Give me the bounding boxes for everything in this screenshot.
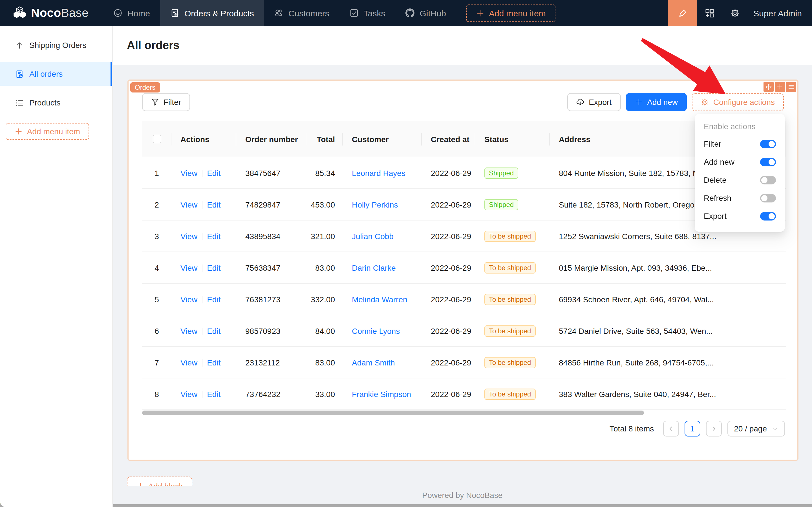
block-menu-button[interactable] — [786, 82, 796, 92]
table-row: 1ViewEdit3847564785.34Leonard Hayes2022-… — [142, 157, 786, 189]
customer-link[interactable]: Julian Cobb — [352, 231, 394, 240]
nav-item-customers[interactable]: Customers — [264, 0, 340, 26]
nav-item-orders-products[interactable]: Orders & Products — [160, 0, 264, 26]
enable-action-item-filter[interactable]: Filter — [695, 135, 785, 153]
customer-link[interactable]: Connie Lyons — [352, 326, 400, 335]
order-number-cell: 73764232 — [236, 389, 306, 398]
created-at-cell: 2022-06-29 — [422, 389, 475, 398]
toggle-switch[interactable] — [760, 212, 776, 220]
customer-link[interactable]: Darin Clarke — [352, 263, 396, 272]
nocobase-logo[interactable]: NocoBase — [12, 6, 89, 20]
check-square-icon — [350, 8, 359, 17]
edit-link[interactable]: Edit — [207, 295, 221, 304]
enable-action-item-add-new[interactable]: Add new — [695, 153, 785, 171]
view-link[interactable]: View — [180, 263, 197, 272]
gear-icon — [701, 98, 709, 106]
list-icon — [15, 98, 24, 107]
filter-icon — [151, 98, 159, 106]
view-link[interactable]: View — [180, 295, 197, 304]
customer-link[interactable]: Leonard Hayes — [352, 168, 405, 177]
filter-button[interactable]: Filter — [142, 93, 190, 111]
ui-editor-button[interactable] — [668, 0, 697, 26]
enable-action-item-export[interactable]: Export — [695, 207, 785, 225]
sidebar-item-all-orders[interactable]: All orders — [0, 62, 112, 86]
add-new-button[interactable]: Add new — [626, 93, 687, 111]
sidebar: Shipping OrdersAll ordersProducts Add me… — [0, 26, 113, 507]
enable-action-label: Refresh — [704, 193, 731, 203]
customer-link[interactable]: Holly Perkins — [352, 200, 398, 209]
nav-add-menu-item-button[interactable]: Add menu item — [466, 4, 556, 22]
nav-item-github[interactable]: GitHub — [396, 0, 456, 26]
switch-knob — [768, 141, 775, 147]
view-link[interactable]: View — [180, 358, 197, 367]
sidebar-add-menu-item-button[interactable]: Add menu item — [6, 123, 89, 140]
add-block-button[interactable]: Add block — [127, 476, 192, 486]
sidebar-item-shipping-orders[interactable]: Shipping Orders — [0, 34, 112, 56]
table-row: 4ViewEdit7563834783.00Darin Clarke2022-0… — [142, 252, 786, 284]
settings-button[interactable] — [722, 8, 748, 18]
order-number-cell: 23132112 — [236, 358, 306, 367]
status-badge: To be shipped — [484, 230, 535, 242]
row-index: 4 — [142, 263, 171, 272]
total-cell: 332.00 — [306, 295, 343, 304]
enable-action-item-delete[interactable]: Delete — [695, 171, 785, 189]
plus-icon — [136, 482, 144, 486]
plugin-manager-button[interactable] — [697, 8, 722, 18]
toggle-switch[interactable] — [760, 158, 776, 166]
column-header-order-number: Order number — [236, 121, 306, 157]
toggle-switch[interactable] — [760, 176, 776, 184]
view-link[interactable]: View — [180, 200, 197, 209]
edit-link[interactable]: Edit — [207, 358, 221, 367]
sidebar-item-products[interactable]: Products — [0, 91, 112, 114]
nav-item-tasks[interactable]: Tasks — [340, 0, 396, 26]
customer-link[interactable]: Melinda Warren — [352, 295, 407, 304]
status-cell: To be shipped — [475, 262, 550, 273]
edit-link[interactable]: Edit — [207, 200, 221, 209]
row-index: 7 — [142, 358, 171, 367]
row-actions-cell: ViewEdit — [171, 200, 236, 209]
action-divider — [202, 327, 202, 335]
column-header-actions: Actions — [171, 121, 236, 157]
table-row: 3ViewEdit43895834321.00Julian Cobb2022-0… — [142, 221, 786, 252]
row-actions-cell: ViewEdit — [171, 295, 236, 304]
export-button[interactable]: Export — [567, 93, 621, 111]
block-add-button[interactable] — [775, 82, 785, 92]
page-number-button[interactable]: 1 — [684, 421, 700, 437]
row-index: 8 — [142, 389, 171, 398]
status-badge: To be shipped — [484, 325, 535, 336]
toggle-switch[interactable] — [760, 139, 776, 148]
view-link[interactable]: View — [180, 326, 197, 335]
enable-action-label: Delete — [704, 175, 727, 184]
column-header-created-at: Created at — [422, 121, 475, 157]
customer-cell: Julian Cobb — [343, 231, 422, 240]
row-index: 2 — [142, 200, 171, 209]
page-size-select[interactable]: 20 / page — [727, 421, 785, 437]
file-check-icon — [15, 70, 24, 78]
customer-link[interactable]: Frankie Simpson — [352, 389, 411, 398]
customer-link[interactable]: Adam Smith — [352, 358, 395, 367]
row-index: 1 — [142, 168, 171, 177]
edit-link[interactable]: Edit — [207, 263, 221, 272]
total-cell: 453.00 — [306, 200, 343, 209]
view-link[interactable]: View — [180, 168, 197, 177]
user-menu[interactable]: Super Admin — [753, 8, 802, 18]
pagination: Total 8 items 1 20 / page — [610, 418, 785, 439]
nav-item-home[interactable]: Home — [103, 0, 160, 26]
edit-link[interactable]: Edit — [207, 168, 221, 177]
edit-link[interactable]: Edit — [207, 389, 221, 398]
edit-link[interactable]: Edit — [207, 326, 221, 335]
toggle-switch[interactable] — [760, 194, 776, 202]
created-at-cell: 2022-06-29 — [422, 295, 475, 304]
edit-link[interactable]: Edit — [207, 231, 221, 240]
enable-action-item-refresh[interactable]: Refresh — [695, 189, 785, 207]
action-divider — [202, 201, 202, 208]
drag-handle[interactable] — [763, 82, 774, 92]
highlighter-icon — [678, 8, 687, 18]
next-page-button[interactable] — [706, 421, 721, 437]
view-link[interactable]: View — [180, 231, 197, 240]
horizontal-scrollbar[interactable] — [142, 410, 644, 415]
view-link[interactable]: View — [180, 389, 197, 398]
configure-actions-button[interactable]: Configure actions — [692, 93, 784, 111]
select-all-checkbox[interactable] — [153, 135, 161, 143]
prev-page-button[interactable] — [663, 421, 679, 437]
